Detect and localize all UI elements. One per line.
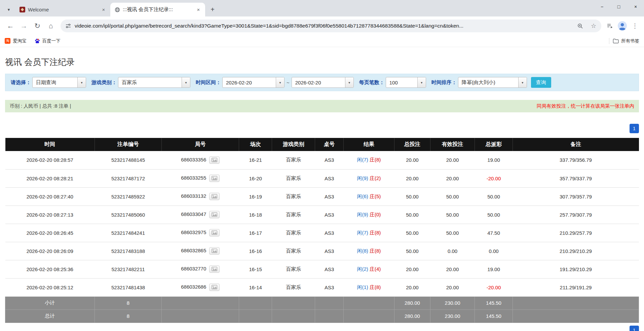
result-banker: 庄(8) [370, 284, 381, 290]
round-detail-button[interactable] [209, 156, 220, 164]
chevron-down-icon[interactable]: ▾ [345, 77, 353, 87]
round-detail-button[interactable] [209, 211, 220, 218]
cell-bet-id: 523217488145 [94, 151, 162, 169]
tab-search-button[interactable]: ▾ [3, 4, 14, 15]
site-info-icon[interactable] [65, 23, 71, 29]
cell-payout: 145.50 [475, 296, 513, 309]
minimize-button[interactable]: − [594, 0, 610, 13]
cell-table-no: AS3 [315, 224, 344, 242]
result-banker: 庄(0) [370, 212, 381, 217]
round-detail-button[interactable] [209, 284, 220, 291]
cell-total-bet-link[interactable]: 50.00 [394, 224, 430, 242]
cell-note: 337.79/356.79 [513, 151, 639, 169]
maximize-button[interactable]: □ [610, 0, 627, 13]
table-row: 2026-02-20 08:26:45523217484241686032975… [5, 224, 639, 242]
chevron-down-icon[interactable]: ▾ [77, 77, 86, 87]
cell-total-bet-link[interactable]: 50.00 [394, 242, 430, 260]
round-detail-button[interactable] [209, 265, 220, 273]
cell-bet-id: 523217482211 [94, 260, 162, 278]
round-detail-button[interactable] [209, 229, 220, 236]
cell-total-bet-link[interactable]: 20.00 [394, 278, 430, 296]
result-player: 闲(2) [357, 266, 368, 272]
cell-round-id: 686032865 [162, 242, 239, 260]
cell-empty [162, 296, 239, 309]
bookmark-baidu[interactable]: 百度一下 [35, 38, 61, 44]
tab-close-icon[interactable]: × [195, 6, 202, 13]
cell-total-bet: 280.00 [394, 296, 430, 309]
cell-valid-bet: 20.00 [430, 151, 475, 169]
cell-total-bet-link[interactable]: 50.00 [394, 187, 430, 206]
page-number-button[interactable]: 1 [630, 326, 639, 331]
menu-kebab-icon[interactable]: ⋮ [630, 21, 640, 31]
cell-total-bet-link[interactable]: 20.00 [394, 169, 430, 187]
cell-bet-id: 523217481438 [94, 278, 162, 296]
cell-bet-id: 523217487172 [94, 169, 162, 187]
round-detail-button[interactable] [209, 175, 220, 182]
chevron-down-icon[interactable]: ▾ [276, 77, 284, 87]
refresh-button[interactable]: ↻ [31, 20, 44, 32]
cell-note: 307.79/357.79 [513, 187, 639, 206]
profile-avatar[interactable] [617, 21, 627, 31]
zoom-icon[interactable] [575, 21, 585, 31]
tab-close-icon[interactable]: × [100, 6, 107, 13]
cell-time: 2026-02-20 08:25:36 [5, 260, 95, 278]
cell-valid-bet: 50.00 [430, 206, 475, 224]
cell-session: 16-15 [239, 260, 272, 278]
round-detail-button[interactable] [209, 247, 220, 255]
cell-session: 16-18 [239, 206, 272, 224]
cell-session: 16-14 [239, 278, 272, 296]
table-row: 2026-02-20 08:27:40523217485922686033132… [5, 187, 639, 206]
round-id-text: 686032865 [181, 248, 206, 253]
sort-select[interactable]: 降幂(由大到小) ▾ [458, 77, 527, 88]
url-text[interactable]: videoie.com/ipl/portal.php/game/betrecor… [75, 23, 572, 29]
round-id-text: 686033255 [181, 175, 206, 181]
result-player: 闲(6) [357, 193, 368, 199]
search-button[interactable]: 查询 [531, 77, 551, 88]
cell-count: 8 [94, 296, 162, 309]
new-tab-button[interactable]: + [207, 4, 218, 15]
round-detail-button[interactable] [209, 193, 220, 200]
chevron-down-icon[interactable]: ▾ [417, 77, 426, 87]
date-to-value: 2026-02-20 [292, 80, 345, 85]
address-bar[interactable]: videoie.com/ipl/portal.php/game/betrecor… [61, 20, 601, 32]
cell-result: 闲(9) 庄(0) [344, 206, 394, 224]
cell-total-bet-link[interactable]: 20.00 [394, 260, 430, 278]
bookmark-star-icon[interactable]: ☆ [589, 21, 599, 31]
chevron-down-icon[interactable]: ▾ [182, 77, 190, 87]
all-bookmarks-button[interactable]: 所有书签 [613, 38, 639, 44]
close-button[interactable]: × [627, 0, 644, 13]
date-to-select[interactable]: 2026-02-20 ▾ [292, 77, 354, 88]
pagination-top: 1 [5, 124, 639, 133]
date-from-select[interactable]: 2026-02-20 ▾ [222, 77, 285, 88]
result-player: 闲(7) [357, 157, 368, 162]
tab-betrecord[interactable]: :::视讯 会员下注纪录::: × [110, 3, 205, 16]
query-type-select[interactable]: 日期查询 ▾ [32, 77, 86, 88]
cell-total-bet-link[interactable]: 20.00 [394, 151, 430, 169]
bookmark-aitaobao[interactable]: 淘 爱淘宝 [5, 38, 27, 44]
forward-button[interactable]: → [17, 20, 30, 32]
back-button[interactable]: ← [4, 20, 17, 32]
per-page-select[interactable]: 100 ▾ [386, 77, 426, 88]
time-range-label: 时间区间： [196, 79, 221, 86]
home-button[interactable]: ⌂ [44, 20, 57, 32]
chevron-down-icon[interactable]: ▾ [518, 77, 527, 87]
page-number-button[interactable]: 1 [630, 124, 639, 133]
query-type-value: 日期查询 [33, 79, 77, 86]
date-range-separator: ~ [287, 80, 290, 85]
cell-game-type: 百家乐 [272, 151, 315, 169]
cell-empty [239, 296, 272, 309]
cell-total-bet-link[interactable]: 50.00 [394, 206, 430, 224]
all-bookmarks-label: 所有书签 [621, 38, 639, 44]
cell-empty [513, 296, 639, 309]
media-controls-icon[interactable] [605, 21, 615, 31]
cell-session: 16-17 [239, 224, 272, 242]
window-controls: − □ × [594, 0, 644, 13]
result-banker: 庄(8) [370, 230, 381, 235]
cell-result: 闲(8) 庄(8) [344, 242, 394, 260]
tab-welcome[interactable]: Welcome × [15, 3, 110, 16]
game-type-select[interactable]: 百家乐 ▾ [118, 77, 190, 88]
sort-label: 时间排序： [431, 79, 457, 86]
tab-bar: ▾ Welcome × :::视讯 会员下注纪录::: × + − □ × [0, 0, 644, 16]
cell-game-type: 百家乐 [272, 278, 315, 296]
table-header-row: 时间注单编号局号场次游戏类别桌号结果总投注有效投注总派彩备注 [5, 138, 639, 151]
